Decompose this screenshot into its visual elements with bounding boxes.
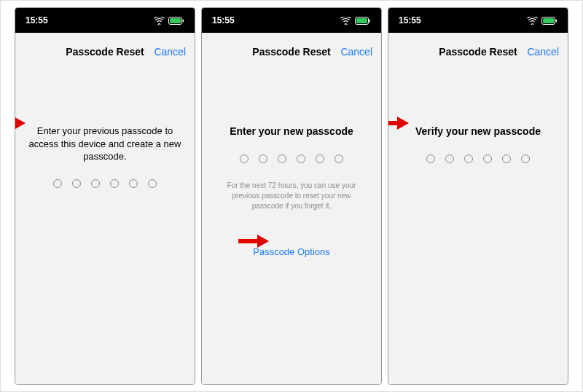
nav-header: Passcode Reset Cancel: [202, 36, 381, 68]
passcode-dot: [72, 179, 81, 188]
status-time: 15:55: [399, 15, 421, 26]
passcode-input[interactable]: [28, 179, 181, 188]
nav-header: Passcode Reset Cancel: [15, 36, 195, 68]
status-bar: 15:55: [202, 8, 381, 33]
phone-screen-2: 15:55 Passcode Reset Cancel Enter your n…: [201, 7, 382, 385]
prompt-text: Enter your previous passcode to access t…: [28, 125, 181, 163]
battery-icon: [541, 17, 557, 25]
svg-rect-12: [543, 18, 554, 23]
battery-icon: [355, 17, 371, 25]
svg-rect-2: [170, 18, 181, 23]
passcode-dot: [240, 154, 249, 163]
passcode-dot: [426, 154, 435, 163]
modal-sheet: Passcode Reset Cancel Enter your new pas…: [202, 36, 381, 384]
status-right: [527, 17, 557, 25]
phone-screen-3: 15:55 Passcode Reset Cancel Verify your …: [388, 7, 568, 385]
passcode-dot: [53, 179, 62, 188]
svg-rect-11: [556, 19, 557, 22]
modal-sheet: Passcode Reset Cancel Verify your new pa…: [388, 36, 568, 384]
battery-icon: [168, 17, 184, 25]
cancel-button[interactable]: Cancel: [154, 46, 186, 58]
content-area: Enter your previous passcode to access t…: [15, 68, 195, 384]
wifi-icon: [154, 17, 165, 25]
passcode-dot: [148, 179, 157, 188]
svg-rect-6: [369, 19, 371, 22]
status-bar: 15:55: [388, 8, 568, 33]
prompt-text: Enter your new passcode: [215, 125, 368, 138]
status-time: 15:55: [212, 15, 235, 26]
content-area: Enter your new passcode For the next 72 …: [202, 68, 381, 384]
passcode-options-button[interactable]: Passcode Options: [215, 246, 368, 257]
info-text: For the next 72 hours, you can use your …: [221, 181, 362, 211]
prompt-text: Verify your new passcode: [402, 125, 555, 138]
passcode-dot: [445, 154, 454, 163]
cancel-button[interactable]: Cancel: [340, 46, 372, 58]
status-bar: 15:55: [15, 8, 195, 33]
wifi-icon: [527, 17, 538, 25]
passcode-dot: [521, 154, 530, 163]
cancel-button[interactable]: Cancel: [527, 46, 559, 58]
passcode-dot: [91, 179, 100, 188]
status-time: 15:55: [26, 15, 48, 26]
content-area: Verify your new passcode: [388, 68, 568, 384]
nav-header: Passcode Reset Cancel: [388, 36, 568, 68]
passcode-dot: [464, 154, 473, 163]
status-right: [340, 17, 371, 25]
passcode-input[interactable]: [402, 154, 555, 163]
svg-rect-1: [183, 19, 184, 22]
passcode-input[interactable]: [215, 154, 368, 163]
modal-sheet: Passcode Reset Cancel Enter your previou…: [15, 36, 195, 384]
status-right: [154, 17, 184, 25]
passcode-dot: [334, 154, 343, 163]
passcode-dot: [502, 154, 511, 163]
phone-screen-1: 15:55 Passcode Reset Cancel Enter your p…: [15, 7, 195, 385]
svg-rect-7: [356, 18, 367, 23]
wifi-icon: [340, 17, 351, 25]
passcode-dot: [297, 154, 305, 163]
passcode-dot: [129, 179, 138, 188]
passcode-dot: [259, 154, 267, 163]
passcode-dot: [483, 154, 492, 163]
passcode-dot: [110, 179, 119, 188]
passcode-dot: [316, 154, 324, 163]
passcode-dot: [278, 154, 286, 163]
